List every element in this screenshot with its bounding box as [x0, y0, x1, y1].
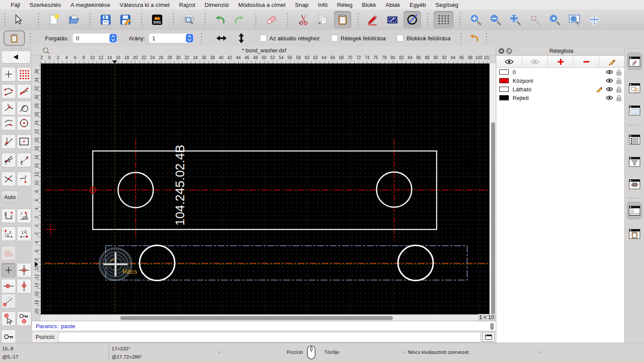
- layer-row-Látható[interactable]: Látható: [496, 85, 625, 94]
- restrict-vertical-button[interactable]: [17, 279, 31, 293]
- open-file-button[interactable]: [65, 11, 82, 28]
- print-preview-button[interactable]: [180, 11, 197, 28]
- drawing-canvas[interactable]: 104.245.02.4B: [41, 63, 489, 314]
- horizontal-scrollbar[interactable]: [41, 314, 489, 321]
- snap-center-button[interactable]: [17, 116, 31, 130]
- zoom-selection-button[interactable]: [526, 11, 544, 28]
- paste-options-button[interactable]: [3, 30, 25, 46]
- restrict-horizontal-button[interactable]: [1, 279, 16, 293]
- menu-item-1[interactable]: Fájl: [6, 2, 25, 8]
- layer-color-swatch[interactable]: [499, 95, 509, 100]
- stepper-icon[interactable]: [186, 34, 193, 42]
- paste-button[interactable]: [334, 11, 351, 28]
- cursor-tool-button[interactable]: [9, 11, 27, 28]
- set-relative-zero-button[interactable]: [1, 311, 16, 326]
- property-editor-toggle-button[interactable]: [627, 130, 642, 148]
- checkbox-box[interactable]: [331, 35, 338, 42]
- layer-visibility-eye-icon[interactable]: [606, 95, 613, 100]
- restrict-angle-button[interactable]: [1, 294, 16, 308]
- layer-visibility-eye-icon[interactable]: [606, 69, 613, 75]
- auto-zoom-button[interactable]: [507, 11, 524, 28]
- layer-color-swatch[interactable]: [499, 69, 509, 75]
- command-history-scrollbar[interactable]: [490, 323, 494, 330]
- section-viewer-toggle-button[interactable]: [627, 175, 642, 193]
- pan-button[interactable]: [586, 11, 603, 28]
- layer-list-toggle-button[interactable]: [627, 52, 642, 70]
- checkbox-box[interactable]: [260, 35, 267, 42]
- edit-layer-button[interactable]: [599, 56, 625, 67]
- back-button[interactable]: [1, 51, 30, 63]
- coordinate-cartesian-button[interactable]: yx: [1, 208, 16, 223]
- snap-intersection-manual-button[interactable]: [17, 172, 31, 186]
- zoom-previous-button[interactable]: [546, 11, 563, 28]
- relative-polar-button[interactable]: 12: [17, 226, 31, 241]
- layer-visibility-eye-icon[interactable]: [606, 78, 613, 83]
- option-checkbox-1[interactable]: Az aktuális réteghez: [260, 35, 320, 42]
- hide-all-layers-button[interactable]: [522, 56, 548, 67]
- horizontal-scrollbar-thumb[interactable]: [120, 316, 393, 320]
- save-as-button[interactable]: [117, 11, 134, 28]
- selection-filter-toggle-button[interactable]: [627, 153, 642, 171]
- menu-item-4[interactable]: Válassza ki a címet: [115, 2, 174, 8]
- snap-auto-button[interactable]: Auto: [1, 190, 18, 203]
- cut-button[interactable]: +: [295, 11, 312, 28]
- restrict-both-button[interactable]: [17, 263, 31, 278]
- option-checkbox-3[interactable]: Blokkok felülírása: [397, 35, 450, 42]
- copy-button[interactable]: +: [314, 11, 331, 28]
- layer-lock-icon[interactable]: [616, 69, 622, 75]
- isometric-undo-button[interactable]: [466, 31, 481, 45]
- checkbox-box[interactable]: [397, 35, 404, 42]
- save-button[interactable]: [97, 11, 114, 28]
- redo-button[interactable]: [231, 11, 248, 28]
- snap-entity-points-button[interactable]: [17, 84, 31, 99]
- snap-distance-button[interactable]: 12: [17, 153, 31, 167]
- menu-item-2[interactable]: Szerkesztés: [25, 2, 66, 8]
- menu-item-13[interactable]: Egyéb: [405, 2, 431, 8]
- layer-row-0[interactable]: 0: [496, 68, 625, 76]
- new-file-button[interactable]: [46, 11, 63, 28]
- svg-export-button[interactable]: SVG: [149, 11, 166, 28]
- menu-item-8[interactable]: Snap: [290, 2, 313, 8]
- add-layer-button[interactable]: [548, 56, 574, 67]
- show-all-layers-button[interactable]: [496, 56, 522, 67]
- flip-horizontal-button[interactable]: [214, 32, 229, 45]
- option-checkbox-2[interactable]: Rétegek felülírása: [331, 35, 386, 42]
- snap-reference-button[interactable]: [17, 134, 31, 149]
- snap-free-button[interactable]: [1, 67, 16, 81]
- snap-intersection-button[interactable]: [1, 172, 16, 186]
- layer-lock-icon[interactable]: [616, 86, 622, 93]
- remove-layer-button[interactable]: [574, 56, 599, 67]
- snap-tangential-button[interactable]: [1, 134, 16, 149]
- lock-relative-zero-button[interactable]: [17, 311, 31, 326]
- layer-lock-icon[interactable]: [616, 95, 622, 101]
- rotation-spinner[interactable]: 0: [72, 33, 118, 43]
- menu-item-6[interactable]: Dimenzió: [200, 2, 233, 8]
- draft-circle-button[interactable]: [404, 11, 421, 28]
- restrict-orthogonal-button[interactable]: [1, 246, 16, 260]
- draw-pencil-button[interactable]: [364, 11, 381, 28]
- menu-item-11[interactable]: Blokk: [357, 2, 381, 8]
- stepper-icon[interactable]: [109, 34, 117, 42]
- vertical-scrollbar[interactable]: [489, 63, 496, 314]
- menu-item-14[interactable]: Segítség: [431, 2, 463, 8]
- menu-item-7[interactable]: Módosítsa a címet: [234, 2, 290, 8]
- snap-perpendicular-button[interactable]: [1, 101, 16, 115]
- relative-cartesian-button[interactable]: 12: [1, 226, 16, 241]
- eraser-button[interactable]: [263, 11, 280, 28]
- menu-item-12[interactable]: Ablak: [381, 2, 405, 8]
- command-window-toggle-button[interactable]: [482, 332, 495, 342]
- layer-row-Központ[interactable]: Központ: [496, 76, 625, 85]
- block-list-toggle-button[interactable]: [627, 79, 642, 97]
- flip-vertical-button[interactable]: [234, 32, 249, 45]
- panel-close-icon[interactable]: [498, 48, 504, 54]
- snap-grid-button[interactable]: [17, 67, 31, 81]
- restrict-none-button[interactable]: [1, 263, 16, 278]
- zoom-out-button[interactable]: [487, 11, 504, 28]
- snap-nearest-button[interactable]: [1, 116, 16, 130]
- relative-zero-key-button[interactable]: [1, 329, 16, 344]
- zoom-window-button[interactable]: [566, 11, 583, 28]
- snap-intersection-auto-button[interactable]: [1, 153, 16, 167]
- library-browser-toggle-button[interactable]: [627, 101, 642, 119]
- vertical-scrollbar-thumb[interactable]: [491, 122, 495, 315]
- scale-spinner[interactable]: 1: [149, 33, 194, 43]
